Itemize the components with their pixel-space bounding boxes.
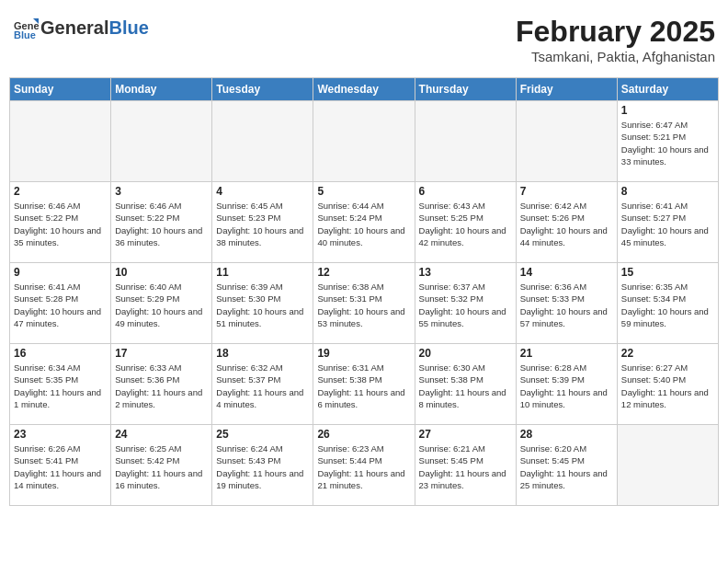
calendar-cell: 19Sunrise: 6:31 AMSunset: 5:38 PMDayligh… <box>313 344 415 425</box>
day-number: 27 <box>419 428 512 441</box>
day-number: 26 <box>317 428 410 441</box>
day-info: Sunrise: 6:24 AMSunset: 5:43 PMDaylight:… <box>216 442 309 491</box>
calendar-header-row: SundayMondayTuesdayWednesdayThursdayFrid… <box>10 78 719 101</box>
day-info: Sunrise: 6:26 AMSunset: 5:41 PMDaylight:… <box>14 442 107 491</box>
day-number: 20 <box>419 347 512 360</box>
title-block: February 2025 Tsamkani, Paktia, Afghanis… <box>516 15 715 64</box>
day-number: 21 <box>520 347 613 360</box>
calendar-cell: 25Sunrise: 6:24 AMSunset: 5:43 PMDayligh… <box>212 425 313 506</box>
day-info: Sunrise: 6:23 AMSunset: 5:44 PMDaylight:… <box>317 442 410 491</box>
calendar-week-row-5: 23Sunrise: 6:26 AMSunset: 5:41 PMDayligh… <box>10 425 719 506</box>
weekday-header-wednesday: Wednesday <box>313 78 415 101</box>
svg-text:Blue: Blue <box>14 29 36 40</box>
day-number: 18 <box>216 347 309 360</box>
day-number: 1 <box>621 104 714 117</box>
calendar-cell <box>415 101 516 182</box>
calendar-cell: 7Sunrise: 6:42 AMSunset: 5:26 PMDaylight… <box>516 182 617 263</box>
day-number: 12 <box>317 266 410 279</box>
weekday-header-friday: Friday <box>516 78 617 101</box>
weekday-header-sunday: Sunday <box>10 78 111 101</box>
day-number: 19 <box>317 347 410 360</box>
day-info: Sunrise: 6:35 AMSunset: 5:34 PMDaylight:… <box>621 281 714 329</box>
day-number: 14 <box>520 266 613 279</box>
day-info: Sunrise: 6:25 AMSunset: 5:42 PMDaylight:… <box>115 442 208 491</box>
day-number: 8 <box>621 185 714 198</box>
calendar-cell: 17Sunrise: 6:33 AMSunset: 5:36 PMDayligh… <box>111 344 212 425</box>
day-number: 22 <box>621 347 714 360</box>
calendar-cell <box>10 101 111 182</box>
page-header: General Blue GeneralBlue February 2025 T… <box>9 9 719 70</box>
day-info: Sunrise: 6:37 AMSunset: 5:32 PMDaylight:… <box>419 281 512 329</box>
calendar-cell: 27Sunrise: 6:21 AMSunset: 5:45 PMDayligh… <box>415 425 516 506</box>
weekday-header-saturday: Saturday <box>617 78 718 101</box>
day-info: Sunrise: 6:30 AMSunset: 5:38 PMDaylight:… <box>419 362 512 410</box>
calendar-week-row-1: 1Sunrise: 6:47 AMSunset: 5:21 PMDaylight… <box>10 101 719 182</box>
calendar-cell: 13Sunrise: 6:37 AMSunset: 5:32 PMDayligh… <box>415 263 516 344</box>
calendar-cell: 28Sunrise: 6:20 AMSunset: 5:45 PMDayligh… <box>516 425 617 506</box>
day-number: 13 <box>419 266 512 279</box>
day-info: Sunrise: 6:43 AMSunset: 5:25 PMDaylight:… <box>419 200 512 248</box>
day-info: Sunrise: 6:32 AMSunset: 5:37 PMDaylight:… <box>216 362 309 410</box>
day-number: 9 <box>14 266 107 279</box>
calendar-cell: 5Sunrise: 6:44 AMSunset: 5:24 PMDaylight… <box>313 182 415 263</box>
calendar-cell <box>111 101 212 182</box>
calendar-cell <box>212 101 313 182</box>
day-info: Sunrise: 6:44 AMSunset: 5:24 PMDaylight:… <box>317 200 410 248</box>
day-info: Sunrise: 6:27 AMSunset: 5:40 PMDaylight:… <box>621 362 714 410</box>
calendar-week-row-4: 16Sunrise: 6:34 AMSunset: 5:35 PMDayligh… <box>10 344 719 425</box>
calendar-cell: 4Sunrise: 6:45 AMSunset: 5:23 PMDaylight… <box>212 182 313 263</box>
day-info: Sunrise: 6:21 AMSunset: 5:45 PMDaylight:… <box>419 442 512 491</box>
day-info: Sunrise: 6:46 AMSunset: 5:22 PMDaylight:… <box>14 200 107 248</box>
weekday-header-thursday: Thursday <box>415 78 516 101</box>
calendar-cell: 3Sunrise: 6:46 AMSunset: 5:22 PMDaylight… <box>111 182 212 263</box>
calendar-cell <box>313 101 415 182</box>
day-info: Sunrise: 6:42 AMSunset: 5:26 PMDaylight:… <box>520 200 613 248</box>
day-info: Sunrise: 6:47 AMSunset: 5:21 PMDaylight:… <box>621 119 714 167</box>
day-number: 10 <box>115 266 208 279</box>
calendar-cell: 8Sunrise: 6:41 AMSunset: 5:27 PMDaylight… <box>617 182 718 263</box>
calendar-cell: 16Sunrise: 6:34 AMSunset: 5:35 PMDayligh… <box>10 344 111 425</box>
logo-blue-text: Blue <box>108 17 148 38</box>
day-number: 5 <box>317 185 410 198</box>
day-info: Sunrise: 6:20 AMSunset: 5:45 PMDaylight:… <box>520 442 613 491</box>
calendar-cell <box>617 425 718 506</box>
day-info: Sunrise: 6:41 AMSunset: 5:28 PMDaylight:… <box>14 281 107 329</box>
calendar-cell: 6Sunrise: 6:43 AMSunset: 5:25 PMDaylight… <box>415 182 516 263</box>
day-info: Sunrise: 6:28 AMSunset: 5:39 PMDaylight:… <box>520 362 613 410</box>
calendar-cell: 18Sunrise: 6:32 AMSunset: 5:37 PMDayligh… <box>212 344 313 425</box>
calendar-cell: 20Sunrise: 6:30 AMSunset: 5:38 PMDayligh… <box>415 344 516 425</box>
calendar-week-row-2: 2Sunrise: 6:46 AMSunset: 5:22 PMDaylight… <box>10 182 719 263</box>
day-info: Sunrise: 6:46 AMSunset: 5:22 PMDaylight:… <box>115 200 208 248</box>
calendar-week-row-3: 9Sunrise: 6:41 AMSunset: 5:28 PMDaylight… <box>10 263 719 344</box>
logo: General Blue GeneralBlue <box>13 15 149 40</box>
calendar-cell: 10Sunrise: 6:40 AMSunset: 5:29 PMDayligh… <box>111 263 212 344</box>
calendar-cell: 26Sunrise: 6:23 AMSunset: 5:44 PMDayligh… <box>313 425 415 506</box>
calendar-cell: 21Sunrise: 6:28 AMSunset: 5:39 PMDayligh… <box>516 344 617 425</box>
day-info: Sunrise: 6:33 AMSunset: 5:36 PMDaylight:… <box>115 362 208 410</box>
day-number: 11 <box>216 266 309 279</box>
calendar-cell: 12Sunrise: 6:38 AMSunset: 5:31 PMDayligh… <box>313 263 415 344</box>
weekday-header-tuesday: Tuesday <box>212 78 313 101</box>
calendar-cell: 11Sunrise: 6:39 AMSunset: 5:30 PMDayligh… <box>212 263 313 344</box>
day-info: Sunrise: 6:41 AMSunset: 5:27 PMDaylight:… <box>621 200 714 248</box>
day-number: 15 <box>621 266 714 279</box>
calendar-cell: 2Sunrise: 6:46 AMSunset: 5:22 PMDaylight… <box>10 182 111 263</box>
day-info: Sunrise: 6:40 AMSunset: 5:29 PMDaylight:… <box>115 281 208 329</box>
day-number: 3 <box>115 185 208 198</box>
month-year-title: February 2025 <box>516 15 715 49</box>
day-info: Sunrise: 6:31 AMSunset: 5:38 PMDaylight:… <box>317 362 410 410</box>
day-number: 7 <box>520 185 613 198</box>
logo-icon: General Blue <box>13 15 39 40</box>
location-subtitle: Tsamkani, Paktia, Afghanistan <box>516 49 715 64</box>
calendar-cell: 14Sunrise: 6:36 AMSunset: 5:33 PMDayligh… <box>516 263 617 344</box>
day-number: 16 <box>14 347 107 360</box>
day-number: 23 <box>14 428 107 441</box>
day-number: 28 <box>520 428 613 441</box>
day-number: 17 <box>115 347 208 360</box>
day-info: Sunrise: 6:36 AMSunset: 5:33 PMDaylight:… <box>520 281 613 329</box>
day-info: Sunrise: 6:45 AMSunset: 5:23 PMDaylight:… <box>216 200 309 248</box>
day-number: 24 <box>115 428 208 441</box>
logo-general-text: General <box>40 17 108 38</box>
calendar-cell: 22Sunrise: 6:27 AMSunset: 5:40 PMDayligh… <box>617 344 718 425</box>
day-info: Sunrise: 6:38 AMSunset: 5:31 PMDaylight:… <box>317 281 410 329</box>
